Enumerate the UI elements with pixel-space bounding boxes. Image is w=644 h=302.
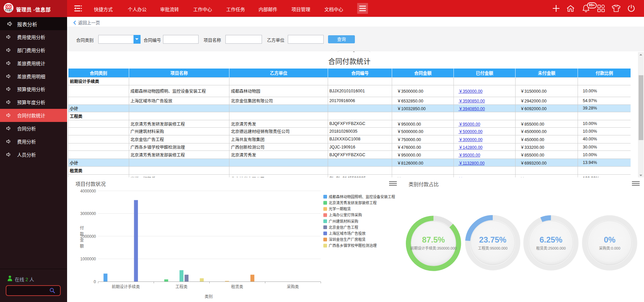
- svg-text:1000000: 1000000: [80, 257, 96, 261]
- svg-text:光学一期租赁: 光学一期租赁: [329, 207, 351, 211]
- svg-text:采购类: 采购类: [287, 284, 299, 289]
- svg-text:北京清芳秀发研发部装修工程: 北京清芳秀发研发部装修工程: [329, 201, 377, 205]
- svg-text:23.75%: 23.75%: [479, 235, 506, 244]
- svg-text:类别: 类别: [205, 294, 213, 299]
- svg-text:额: 额: [80, 244, 84, 249]
- svg-text:4000000: 4000000: [80, 189, 96, 193]
- svg-text:3000000: 3000000: [80, 211, 96, 216]
- svg-text:北京金信广告工程: 北京金信广告工程: [329, 225, 358, 229]
- svg-text:广州建筑材料采购: 广州建筑材料采购: [329, 219, 358, 223]
- svg-text:付: 付: [80, 226, 84, 230]
- svg-text:上海区域市场广告投放: 上海区域市场广告投放: [329, 231, 366, 235]
- svg-text:项目付款状况: 项目付款状况: [75, 181, 106, 187]
- svg-text:0%: 0%: [604, 235, 615, 244]
- svg-text:类别付款占比: 类别付款占比: [409, 181, 439, 187]
- svg-text:租赁类:25000.000: 租赁类:25000.000: [536, 246, 566, 250]
- svg-text:POWER: POWER: [6, 11, 11, 13]
- svg-text:0: 0: [94, 279, 96, 284]
- svg-text:6.25%: 6.25%: [539, 235, 562, 244]
- svg-text:工程类: 工程类: [175, 284, 187, 289]
- svg-text:款: 款: [80, 232, 84, 236]
- svg-text:上海办公室灯饰采购: 上海办公室灯饰采购: [329, 213, 362, 217]
- svg-text:租赁类: 租赁类: [231, 285, 243, 289]
- svg-text:87.5%: 87.5%: [422, 235, 445, 244]
- svg-text:采购类:0.000: 采购类:0.000: [599, 246, 621, 250]
- svg-text:成都森林动物园照明、监控设备安装工程: 成都森林动物园照明、监控设备安装工程: [329, 195, 395, 199]
- svg-text:金: 金: [80, 238, 84, 243]
- svg-text:广西各乡镇学校甲醛检测治理: 广西各乡镇学校甲醛检测治理: [329, 243, 377, 248]
- svg-text:前期设计手续类:350000.000: 前期设计手续类:350000.000: [410, 246, 457, 250]
- svg-text:工程类:95000.000: 工程类:95000.000: [478, 246, 507, 250]
- svg-text:前期设计手续类: 前期设计手续类: [112, 284, 140, 289]
- svg-text:深圳金信生产厂房租赁: 深圳金信生产厂房租赁: [329, 237, 366, 242]
